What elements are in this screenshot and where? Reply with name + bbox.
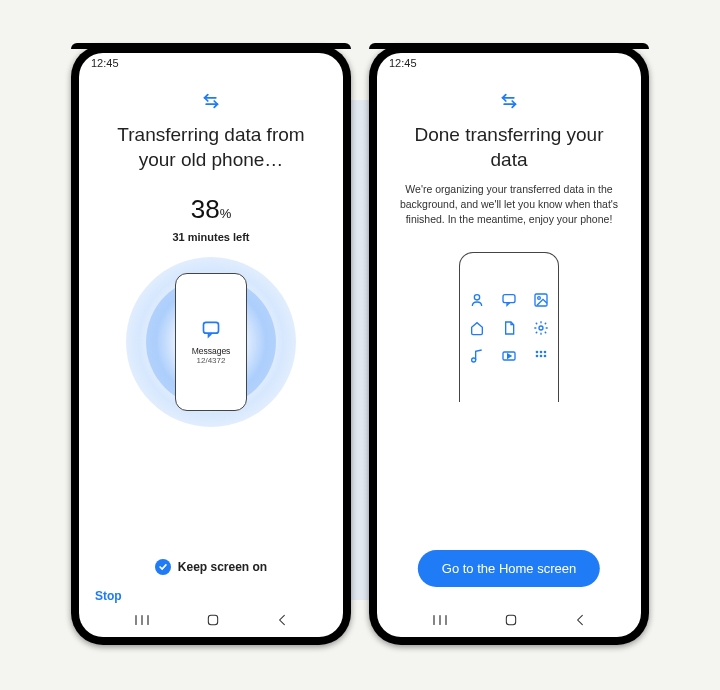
- nav-recents-icon[interactable]: [431, 613, 449, 631]
- percent-value: 38: [191, 194, 220, 224]
- go-home-button[interactable]: Go to the Home screen: [418, 550, 600, 587]
- svg-point-14: [544, 355, 547, 358]
- keep-screen-label: Keep screen on: [178, 560, 267, 574]
- svg-point-6: [539, 326, 543, 330]
- pulse-animation: Messages 12/4372: [126, 257, 296, 427]
- status-time: 12:45: [389, 57, 417, 69]
- page-title: Transferring data from your old phone…: [97, 123, 325, 172]
- messages-icon: [499, 290, 519, 310]
- svg-rect-15: [506, 615, 515, 624]
- subtext: We're organizing your transferred data i…: [395, 182, 623, 226]
- time-remaining: 31 minutes left: [172, 231, 249, 243]
- percent-sign: %: [220, 206, 232, 221]
- screen-left: 12:45 Transferring data from your old ph…: [79, 53, 343, 637]
- transferred-icons-grid: [467, 290, 551, 366]
- music-icon: [467, 346, 487, 366]
- status-bar: 12:45: [79, 53, 343, 75]
- svg-point-13: [540, 355, 543, 358]
- transfer-icon: [499, 93, 519, 113]
- content-right: Done transferring your data We're organi…: [377, 75, 641, 607]
- nav-home-icon[interactable]: [503, 612, 519, 632]
- progress-percent: 38%: [191, 194, 231, 225]
- transfer-icon: [201, 93, 221, 113]
- image-icon: [531, 290, 551, 310]
- contact-icon: [467, 290, 487, 310]
- svg-point-9: [536, 351, 539, 354]
- stop-button[interactable]: Stop: [95, 589, 122, 603]
- mini-phone-graphic: [459, 252, 559, 402]
- document-icon: [499, 318, 519, 338]
- svg-point-11: [544, 351, 547, 354]
- home-icon: [467, 318, 487, 338]
- nav-bar: [377, 607, 641, 637]
- settings-icon: [531, 318, 551, 338]
- apps-icon: [531, 346, 551, 366]
- nav-bar: [79, 607, 343, 637]
- current-item-count: 12/4372: [197, 356, 226, 365]
- content-left: Transferring data from your old phone… 3…: [79, 75, 343, 607]
- svg-rect-3: [503, 295, 515, 303]
- screen-right: 12:45 Done transferring your data We're …: [377, 53, 641, 637]
- svg-rect-1: [208, 615, 217, 624]
- svg-rect-4: [535, 294, 547, 306]
- current-item-label: Messages: [192, 346, 231, 356]
- mini-phone-graphic: Messages 12/4372: [175, 273, 247, 411]
- svg-point-5: [538, 297, 541, 300]
- svg-point-12: [536, 355, 539, 358]
- nav-back-icon[interactable]: [573, 613, 587, 631]
- nav-recents-icon[interactable]: [133, 613, 151, 631]
- video-icon: [499, 346, 519, 366]
- svg-point-2: [474, 295, 479, 300]
- status-time: 12:45: [91, 57, 119, 69]
- check-icon: [155, 559, 171, 575]
- messages-icon: [200, 319, 222, 343]
- phone-right: 12:45 Done transferring your data We're …: [369, 45, 649, 645]
- page-title: Done transferring your data: [395, 123, 623, 172]
- phone-left: 12:45 Transferring data from your old ph…: [71, 45, 351, 645]
- keep-screen-on-toggle[interactable]: Keep screen on: [79, 559, 343, 575]
- nav-back-icon[interactable]: [275, 613, 289, 631]
- svg-rect-0: [204, 323, 219, 334]
- status-bar: 12:45: [377, 53, 641, 75]
- svg-point-10: [540, 351, 543, 354]
- nav-home-icon[interactable]: [205, 612, 221, 632]
